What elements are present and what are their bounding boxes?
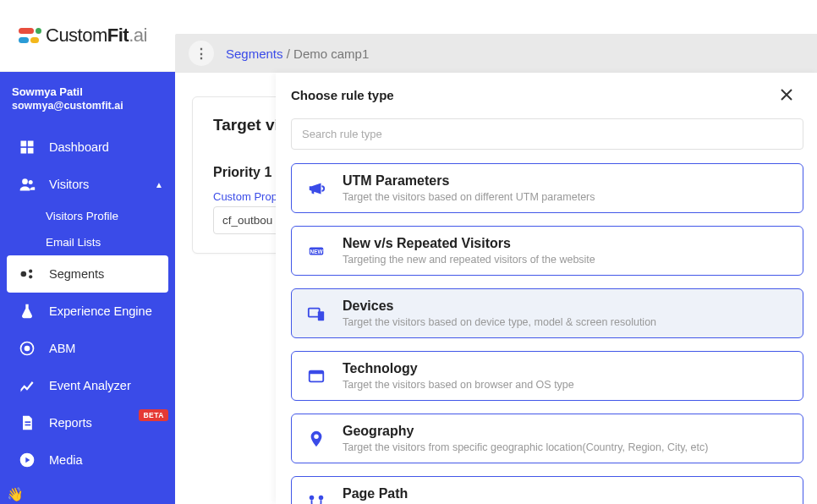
svg-rect-6 bbox=[21, 148, 27, 154]
nav-email-lists[interactable]: Email Lists bbox=[0, 229, 175, 255]
logo[interactable]: CustomFit.ai bbox=[17, 23, 147, 48]
nav: Dashboard Visitors ▲ Visitors Profile Em… bbox=[0, 129, 175, 504]
sidebar: CustomFit.ai Sowmya Patil sowmya@customf… bbox=[0, 0, 175, 504]
chevron-up-icon: ▲ bbox=[155, 180, 163, 189]
people-icon bbox=[19, 176, 36, 193]
close-button[interactable] bbox=[778, 86, 795, 103]
modal-body[interactable]: UTM Parameters Target the visitors based… bbox=[276, 118, 817, 504]
chat-widget-peek[interactable]: 👋 bbox=[7, 486, 24, 502]
svg-rect-5 bbox=[28, 141, 34, 147]
blank-header bbox=[175, 0, 817, 34]
user-name: Sowmya Patil bbox=[12, 85, 163, 98]
rule-type-modal: Choose rule type UTM Parameters Target t… bbox=[276, 73, 817, 504]
modal-header: Choose rule type bbox=[276, 73, 817, 118]
nav-label: Dashboard bbox=[49, 140, 109, 154]
rule-desc: Target the visitors from specific geogra… bbox=[343, 441, 708, 453]
nav-visitors-profile[interactable]: Visitors Profile bbox=[0, 203, 175, 229]
svg-point-12 bbox=[29, 275, 32, 278]
svg-rect-21 bbox=[318, 311, 324, 320]
rule-desc: Targeting the new and repeated visitors … bbox=[343, 254, 595, 266]
rule-title: Geography bbox=[343, 424, 708, 439]
rule-technology[interactable]: Technology Target the visitors based on … bbox=[291, 351, 803, 401]
nav-label: Event Analyzer bbox=[49, 379, 131, 392]
user-email: sowmya@customfit.ai bbox=[12, 100, 163, 112]
breadcrumb-root[interactable]: Segments bbox=[226, 47, 283, 61]
browser-icon bbox=[305, 365, 327, 387]
svg-text:NEW: NEW bbox=[310, 248, 324, 254]
svg-rect-3 bbox=[36, 28, 41, 34]
rule-page-path[interactable]: Page Path Target the visitors coming fro… bbox=[291, 476, 803, 504]
target-icon bbox=[19, 340, 36, 357]
rule-title: New v/s Repeated Visitors bbox=[343, 236, 595, 251]
close-icon bbox=[780, 88, 793, 101]
rule-title: Technology bbox=[343, 361, 574, 376]
svg-point-24 bbox=[310, 495, 315, 500]
svg-point-10 bbox=[21, 271, 27, 277]
nav-visitors[interactable]: Visitors ▲ bbox=[0, 166, 175, 203]
svg-rect-23 bbox=[310, 370, 324, 374]
svg-rect-1 bbox=[19, 37, 29, 43]
path-icon bbox=[305, 490, 327, 505]
rule-geography[interactable]: Geography Target the visitors from speci… bbox=[291, 414, 803, 463]
devices-icon bbox=[305, 303, 327, 325]
logo-block: CustomFit.ai bbox=[0, 0, 175, 72]
svg-point-11 bbox=[29, 270, 32, 273]
nav-dashboard[interactable]: Dashboard bbox=[0, 129, 175, 166]
rule-devices[interactable]: Devices Target the visitors based on dev… bbox=[291, 288, 803, 338]
rule-utm-parameters[interactable]: UTM Parameters Target the visitors based… bbox=[291, 163, 803, 213]
logo-text: CustomFit.ai bbox=[46, 25, 147, 47]
play-icon bbox=[19, 452, 36, 468]
megaphone-icon bbox=[305, 178, 327, 200]
rule-title: Page Path bbox=[343, 486, 730, 501]
location-pin-icon bbox=[305, 428, 327, 450]
rule-desc: Target the visitors based on browser and… bbox=[343, 379, 574, 391]
nav-label: Segments bbox=[49, 267, 104, 281]
nav-segments[interactable]: Segments bbox=[7, 255, 168, 293]
analytics-icon bbox=[19, 377, 36, 394]
svg-rect-20 bbox=[309, 308, 320, 316]
nav-label: Visitors bbox=[49, 178, 89, 191]
rule-desc: Target the visitors based on device type… bbox=[343, 316, 656, 328]
svg-rect-16 bbox=[25, 425, 31, 426]
user-block: Sowmya Patil sowmya@customfit.ai bbox=[0, 72, 175, 129]
svg-rect-7 bbox=[28, 148, 34, 154]
nav-event-analyzer[interactable]: Event Analyzer bbox=[0, 367, 175, 404]
new-badge-icon: NEW bbox=[305, 240, 327, 262]
topbar: ⋮ Segments / Demo camp1 bbox=[175, 34, 817, 73]
svg-rect-4 bbox=[21, 141, 27, 147]
nav-label: ABM bbox=[49, 342, 75, 355]
nav-media[interactable]: Media bbox=[0, 441, 175, 479]
svg-point-8 bbox=[22, 178, 28, 184]
search-rule-input[interactable] bbox=[291, 118, 803, 150]
modal-title: Choose rule type bbox=[291, 88, 394, 102]
breadcrumb-leaf: Demo camp1 bbox=[293, 47, 369, 61]
dashboard-icon bbox=[19, 139, 36, 156]
rule-title: Devices bbox=[343, 299, 656, 314]
beta-badge: BETA bbox=[139, 409, 168, 421]
svg-rect-15 bbox=[25, 421, 31, 423]
nav-label: Reports bbox=[49, 416, 92, 430]
nav-experience-engine[interactable]: Experience Engine bbox=[0, 293, 175, 330]
document-icon bbox=[19, 414, 36, 431]
flask-icon bbox=[19, 303, 36, 320]
nav-label: Media bbox=[49, 453, 83, 467]
rule-title: UTM Parameters bbox=[343, 173, 595, 189]
more-menu-button[interactable]: ⋮ bbox=[189, 41, 214, 66]
svg-point-14 bbox=[25, 346, 30, 352]
svg-rect-0 bbox=[19, 28, 34, 34]
rule-desc: Target the visitors based on different U… bbox=[343, 191, 595, 203]
rule-new-repeated-visitors[interactable]: NEW New v/s Repeated Visitors Targeting … bbox=[291, 226, 803, 276]
svg-rect-2 bbox=[30, 37, 39, 43]
svg-point-9 bbox=[29, 180, 33, 184]
nav-label: Experience Engine bbox=[49, 304, 152, 318]
search-input[interactable] bbox=[302, 128, 792, 140]
segments-icon bbox=[19, 266, 36, 282]
breadcrumb: Segments / Demo camp1 bbox=[226, 47, 369, 61]
logo-icon bbox=[17, 23, 42, 48]
nav-abm[interactable]: ABM bbox=[0, 330, 175, 367]
svg-point-25 bbox=[319, 495, 324, 500]
